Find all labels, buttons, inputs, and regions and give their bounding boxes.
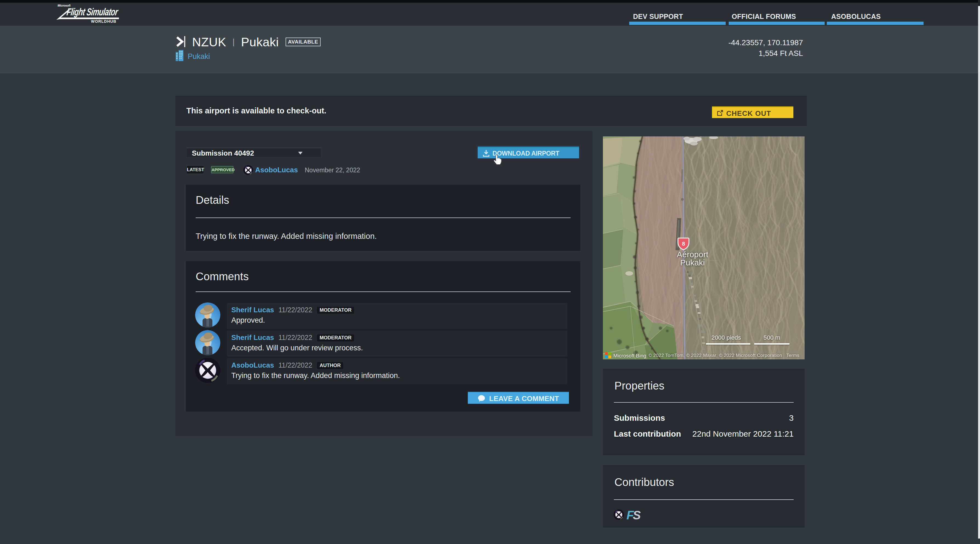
svg-text:8: 8 <box>682 241 685 247</box>
svg-text:WORLDHUB: WORLDHUB <box>91 19 116 24</box>
svg-text:Flight Simulator: Flight Simulator <box>66 6 119 17</box>
